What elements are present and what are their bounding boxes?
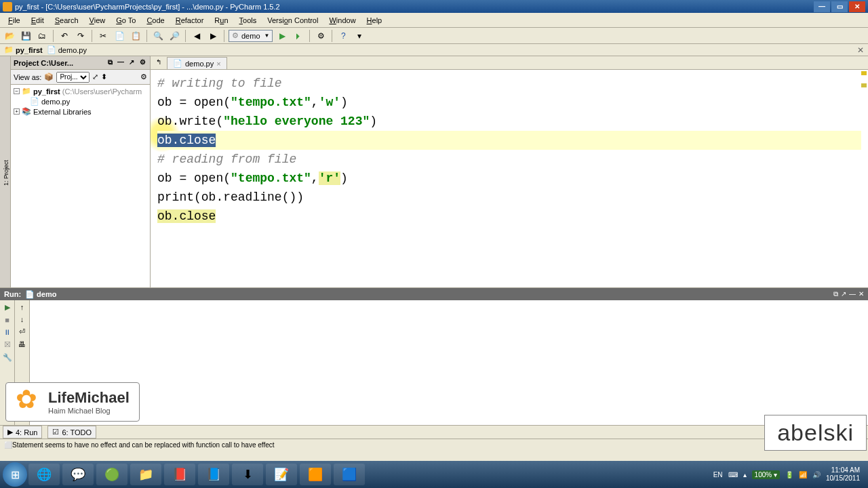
editor-area: ↰ 📄 demo.py × # writing to file ob = ope… — [151, 56, 868, 287]
taskbar-acrobat-icon[interactable]: 📕 — [164, 464, 195, 485]
tree-external-libs[interactable]: +📚External Libraries — [12, 106, 149, 117]
gutter-mark[interactable] — [861, 83, 867, 87]
bottom-tab-todo[interactable]: ☑ 6: TODO — [47, 426, 96, 439]
menu-help[interactable]: Help — [361, 15, 388, 26]
find-icon[interactable]: 🔍 — [151, 29, 165, 43]
minimize-button[interactable]: — — [814, 1, 830, 12]
app-icon — [3, 2, 12, 12]
gear-icon[interactable]: ⚙ — [138, 58, 147, 68]
collapse-icon[interactable]: ⧉ — [105, 58, 115, 68]
tree-root[interactable]: −📁py_first (C:\Users\user\Pycharm — [12, 86, 149, 96]
settings-icon[interactable]: ⚙ — [140, 73, 147, 81]
taskbar-pycharm-icon[interactable]: 🟧 — [300, 464, 331, 485]
bottom-tool-tabs: ▶ 4: Run ☑ 6: TODO — [0, 425, 868, 439]
editor-tab-demo[interactable]: 📄 demo.py × — [167, 57, 227, 69]
taskbar-chrome-icon[interactable]: 🟢 — [96, 464, 127, 485]
taskbar-word-icon[interactable]: 📘 — [198, 464, 229, 485]
status-bar: ⬜ Statement seems to have no effect and … — [0, 439, 868, 451]
maximize-button[interactable]: ▭ — [831, 1, 848, 12]
menu-goto[interactable]: Go To — [111, 15, 141, 26]
save-icon[interactable]: 💾 — [19, 29, 33, 43]
pause-icon[interactable]: ⏸ — [3, 328, 11, 336]
start-button[interactable]: ⊞ — [3, 462, 27, 487]
close-run-icon[interactable]: ☒ — [4, 340, 11, 349]
run-output[interactable] — [30, 300, 868, 425]
saveall-icon[interactable]: 🗂 — [35, 29, 49, 43]
minimize-icon[interactable]: — — [849, 290, 856, 298]
stop-icon[interactable]: ■ — [5, 316, 9, 324]
overlay-lm-sub: Haim Michael Blog — [48, 407, 130, 415]
undo-icon[interactable]: ↶ — [58, 29, 71, 43]
menu-view[interactable]: View — [84, 15, 111, 26]
code-editor[interactable]: # writing to file ob = open("tempo.txt",… — [151, 70, 868, 287]
tray-keyboard-icon[interactable]: ⌨ — [728, 471, 738, 479]
taskbar-ie-icon[interactable]: 🌐 — [28, 464, 60, 485]
wrap-icon[interactable]: ⏎ — [19, 327, 25, 336]
flower-icon — [16, 388, 43, 415]
menu-search[interactable]: Search — [50, 15, 84, 26]
toolbar: 📂 💾 🗂 ↶ ↷ ✂ 📄 📋 🔍 🔎 ◀ ▶ ⚙ demo ▼ ▶ ⏵ ⚙ ?… — [0, 28, 868, 44]
tab-close-icon[interactable]: × — [216, 60, 220, 68]
menu-edit[interactable]: Edit — [26, 15, 50, 26]
menu-window[interactable]: Window — [323, 15, 361, 26]
tray-lang[interactable]: EN — [713, 471, 723, 479]
taskbar-skype-icon[interactable]: 💬 — [62, 464, 94, 485]
tray-sound-icon[interactable]: 🔊 — [812, 471, 821, 479]
scroll-icon[interactable]: ⬍ — [101, 73, 107, 81]
replace-icon[interactable]: 🔎 — [167, 29, 181, 43]
menu-vcs[interactable]: Version Control — [262, 15, 323, 26]
copy-icon[interactable]: 📄 — [113, 29, 126, 43]
breadcrumb-project[interactable]: 📁 py_first — [4, 45, 43, 54]
tray-zoom[interactable]: 100% ▾ — [752, 470, 780, 479]
redo-icon[interactable]: ↷ — [74, 29, 87, 43]
breadcrumb-bar: 📁 py_first 📄 demo.py ✕ — [0, 44, 868, 56]
menu-file[interactable]: File — [3, 15, 26, 26]
close-button[interactable]: ✕ — [849, 1, 865, 12]
run-config-label: 📄 demo — [25, 290, 56, 299]
close-icon[interactable]: ✕ — [859, 290, 864, 298]
open-icon[interactable]: 📂 — [3, 29, 16, 43]
view-as-select[interactable]: Proj... — [56, 72, 90, 83]
hide-icon[interactable]: — — [116, 58, 125, 68]
tray-arrow-icon[interactable]: ▴ — [743, 471, 747, 479]
tray-network-icon[interactable]: 📶 — [799, 471, 807, 479]
bottom-tab-run[interactable]: ▶ 4: Run — [3, 426, 42, 439]
tray-clock[interactable]: 11:04 AM 10/15/2011 — [826, 466, 860, 483]
run-config-selector[interactable]: ⚙ demo ▼ — [229, 30, 273, 42]
close-icon[interactable]: ✕ — [857, 45, 864, 55]
taskbar-app2-icon[interactable]: 📝 — [266, 464, 297, 485]
forward-icon[interactable]: ▶ — [206, 29, 220, 43]
project-panel-header: Project C:\User... ⧉ — ↗ ⚙ — [11, 56, 150, 70]
rerun-icon[interactable]: ▶ — [5, 303, 10, 312]
menu-code[interactable]: Code — [141, 15, 170, 26]
back-icon[interactable]: ◀ — [190, 29, 203, 43]
up-icon[interactable]: ↑ — [20, 303, 24, 311]
run-icon[interactable]: ▶ — [275, 29, 289, 43]
restore-icon[interactable]: ↗ — [841, 290, 846, 298]
expand-icon[interactable]: ⤢ — [92, 73, 98, 81]
tray-battery-icon[interactable]: 🔋 — [785, 471, 793, 479]
breadcrumb-file[interactable]: 📄 demo.py — [47, 45, 87, 54]
print-icon[interactable]: 🖶 — [18, 340, 26, 348]
down-icon[interactable]: ↓ — [20, 315, 24, 323]
menu-tools[interactable]: Tools — [234, 15, 262, 26]
menu-bar: File Edit Search View Go To Code Refacto… — [0, 13, 868, 28]
taskbar-app3-icon[interactable]: 🟦 — [334, 464, 365, 485]
menu-refactor[interactable]: Refactor — [170, 15, 210, 26]
dropdown-icon[interactable]: ▾ — [353, 29, 366, 43]
settings-icon[interactable]: ⚙ — [314, 29, 328, 43]
taskbar-explorer-icon[interactable]: 📁 — [130, 464, 161, 485]
gutter-mark-warn[interactable] — [861, 71, 867, 75]
side-tab-project[interactable]: 1: Project — [2, 157, 10, 188]
help-icon[interactable]: ? — [336, 29, 350, 43]
tree-file-demo[interactable]: 📄demo.py — [12, 96, 149, 106]
float-icon[interactable]: ↗ — [127, 58, 136, 68]
nav-back-icon[interactable]: ↰ — [153, 58, 164, 69]
debug-icon[interactable]: ⏵ — [292, 29, 305, 43]
wrench-icon[interactable]: 🔧 — [3, 353, 12, 362]
taskbar-app-icon[interactable]: ⬇ — [232, 464, 263, 485]
paste-icon[interactable]: 📋 — [129, 29, 142, 43]
menu-run[interactable]: Run — [209, 15, 233, 26]
pin-icon[interactable]: ⧉ — [833, 290, 838, 298]
cut-icon[interactable]: ✂ — [96, 29, 110, 43]
